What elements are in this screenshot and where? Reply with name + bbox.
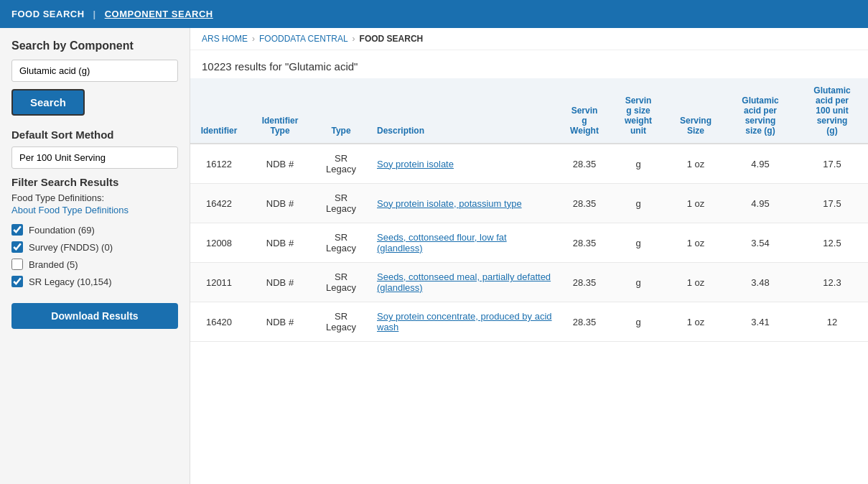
survey-label: Survey (FNDDS) (0) bbox=[29, 242, 113, 253]
cell-ga-per-ss: 3.54 bbox=[724, 223, 796, 263]
food-search-nav-label: FOOD SEARCH bbox=[11, 9, 85, 19]
cell-ga-per-100: 17.5 bbox=[796, 184, 868, 223]
food-type-label: Food Type Definitions: bbox=[11, 192, 178, 203]
description-link[interactable]: Seeds, cottonseed flour, low fat (glandl… bbox=[377, 232, 507, 253]
cell-id-type: NDB # bbox=[248, 302, 312, 342]
cell-ssw-unit: g bbox=[610, 263, 667, 302]
cell-serving-weight: 28.35 bbox=[559, 223, 610, 263]
cell-serving-size: 1 oz bbox=[667, 144, 724, 184]
cell-description: Soy protein isolate, potassium type bbox=[370, 184, 559, 223]
table-row: 12011 NDB # SR Legacy Seeds, cottonseed … bbox=[190, 263, 868, 302]
cell-ga-per-100: 17.5 bbox=[796, 144, 868, 184]
cell-type: SR Legacy bbox=[312, 144, 370, 184]
branded-checkbox-item: Branded (5) bbox=[11, 259, 178, 270]
col-header-ssw-unit[interactable]: Serving sizeweightunit bbox=[610, 78, 667, 144]
cell-ga-per-100: 12.3 bbox=[796, 263, 868, 302]
cell-ssw-unit: g bbox=[610, 144, 667, 184]
col-header-description[interactable]: Description bbox=[370, 78, 559, 144]
food-type-definitions-link[interactable]: About Food Type Definitions bbox=[11, 205, 178, 215]
sr-legacy-label: SR Legacy (10,154) bbox=[29, 276, 112, 287]
cell-id-type: NDB # bbox=[248, 144, 312, 184]
cell-id-type: NDB # bbox=[248, 184, 312, 223]
breadcrumb: ARS HOME › FOODDATA CENTRAL › FOOD SEARC… bbox=[190, 28, 868, 50]
cell-ssw-unit: g bbox=[610, 223, 667, 263]
cell-type: SR Legacy bbox=[312, 184, 370, 223]
col-header-serving-weight[interactable]: ServingWeight bbox=[559, 78, 610, 144]
table-header-row: Identifier IdentifierType Type Descripti… bbox=[190, 78, 868, 144]
breadcrumb-ars-home[interactable]: ARS HOME bbox=[202, 34, 248, 44]
breadcrumb-sep-1: › bbox=[252, 34, 255, 44]
cell-type: SR Legacy bbox=[312, 302, 370, 342]
description-link[interactable]: Soy protein concentrate, produced by aci… bbox=[377, 311, 552, 332]
cell-ga-per-ss: 3.48 bbox=[724, 263, 796, 302]
cell-description: Soy protein isolate bbox=[370, 144, 559, 184]
filter-search-title: Filter Search Results bbox=[11, 176, 178, 188]
table-row: 12008 NDB # SR Legacy Seeds, cottonseed … bbox=[190, 223, 868, 263]
col-header-ga-per-ss[interactable]: Glutamicacid perservingsize (g) bbox=[724, 78, 796, 144]
cell-identifier: 16122 bbox=[190, 144, 248, 184]
cell-ga-per-100: 12.5 bbox=[796, 223, 868, 263]
cell-serving-weight: 28.35 bbox=[559, 263, 610, 302]
description-link[interactable]: Soy protein isolate, potassium type bbox=[377, 198, 522, 209]
cell-type: SR Legacy bbox=[312, 223, 370, 263]
branded-checkbox[interactable] bbox=[11, 259, 23, 270]
table-row: 16122 NDB # SR Legacy Soy protein isolat… bbox=[190, 144, 868, 184]
survey-checkbox-item: Survey (FNDDS) (0) bbox=[11, 241, 178, 253]
results-summary: 10223 results for "Glutamic acid" bbox=[190, 50, 868, 78]
cell-ga-per-ss: 4.95 bbox=[724, 144, 796, 184]
col-header-id-type[interactable]: IdentifierType bbox=[248, 78, 312, 144]
description-link[interactable]: Soy protein isolate bbox=[377, 159, 454, 169]
main-content: ARS HOME › FOODDATA CENTRAL › FOOD SEARC… bbox=[190, 28, 868, 484]
default-sort-title: Default Sort Method bbox=[11, 129, 178, 141]
survey-checkbox[interactable] bbox=[11, 241, 23, 253]
table-row: 16420 NDB # SR Legacy Soy protein concen… bbox=[190, 302, 868, 342]
cell-id-type: NDB # bbox=[248, 223, 312, 263]
cell-description: Seeds, cottonseed meal, partially defatt… bbox=[370, 263, 559, 302]
sr-legacy-checkbox[interactable] bbox=[11, 276, 23, 287]
cell-ga-per-ss: 4.95 bbox=[724, 184, 796, 223]
cell-identifier: 16422 bbox=[190, 184, 248, 223]
cell-identifier: 16420 bbox=[190, 302, 248, 342]
cell-serving-size: 1 oz bbox=[667, 223, 724, 263]
nav-separator: | bbox=[93, 9, 96, 19]
cell-ssw-unit: g bbox=[610, 184, 667, 223]
table-row: 16422 NDB # SR Legacy Soy protein isolat… bbox=[190, 184, 868, 223]
search-by-component-title: Search by Component bbox=[11, 39, 178, 52]
cell-ga-per-100: 12 bbox=[796, 302, 868, 342]
cell-type: SR Legacy bbox=[312, 263, 370, 302]
search-input[interactable] bbox=[11, 60, 178, 82]
top-navigation: FOOD SEARCH | COMPONENT SEARCH bbox=[0, 0, 868, 28]
cell-serving-size: 1 oz bbox=[667, 184, 724, 223]
col-header-ga-per-100[interactable]: Glutamicacid per100 unitserving(g) bbox=[796, 78, 868, 144]
col-header-type[interactable]: Type bbox=[312, 78, 370, 144]
download-results-button[interactable]: Download Results bbox=[11, 303, 178, 329]
sr-legacy-checkbox-item: SR Legacy (10,154) bbox=[11, 276, 178, 287]
cell-serving-weight: 28.35 bbox=[559, 184, 610, 223]
search-button[interactable]: Search bbox=[11, 89, 85, 116]
description-link[interactable]: Seeds, cottonseed meal, partially defatt… bbox=[377, 271, 551, 293]
col-header-identifier[interactable]: Identifier bbox=[190, 78, 248, 144]
col-header-serving-size[interactable]: Serving Size bbox=[667, 78, 724, 144]
breadcrumb-fooddata-central[interactable]: FOODDATA CENTRAL bbox=[259, 34, 348, 44]
cell-ga-per-ss: 3.41 bbox=[724, 302, 796, 342]
breadcrumb-sep-2: › bbox=[353, 34, 355, 44]
results-table: Identifier IdentifierType Type Descripti… bbox=[190, 78, 868, 342]
sidebar: Search by Component Search Default Sort … bbox=[0, 28, 190, 484]
branded-label: Branded (5) bbox=[29, 259, 78, 270]
cell-ssw-unit: g bbox=[610, 302, 667, 342]
cell-serving-size: 1 oz bbox=[667, 263, 724, 302]
cell-serving-weight: 28.35 bbox=[559, 302, 610, 342]
cell-description: Seeds, cottonseed flour, low fat (glandl… bbox=[370, 223, 559, 263]
cell-serving-size: 1 oz bbox=[667, 302, 724, 342]
cell-identifier: 12008 bbox=[190, 223, 248, 263]
component-search-nav-label: COMPONENT SEARCH bbox=[105, 9, 213, 19]
sort-method-input[interactable] bbox=[11, 146, 178, 169]
cell-serving-weight: 28.35 bbox=[559, 144, 610, 184]
breadcrumb-food-search: FOOD SEARCH bbox=[360, 34, 424, 44]
foundation-label: Foundation (69) bbox=[29, 225, 95, 236]
foundation-checkbox[interactable] bbox=[11, 224, 23, 236]
cell-identifier: 12011 bbox=[190, 263, 248, 302]
cell-id-type: NDB # bbox=[248, 263, 312, 302]
cell-description: Soy protein concentrate, produced by aci… bbox=[370, 302, 559, 342]
foundation-checkbox-item: Foundation (69) bbox=[11, 224, 178, 236]
